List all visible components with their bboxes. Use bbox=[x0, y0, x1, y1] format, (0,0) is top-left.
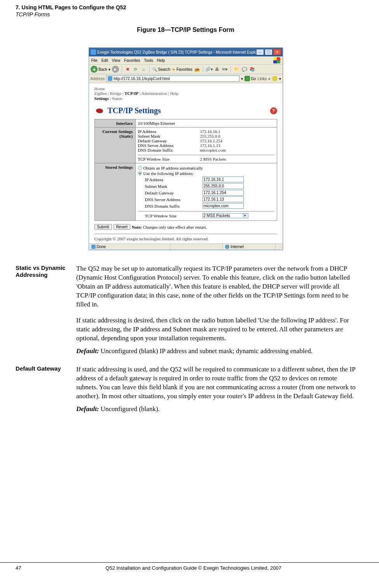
menu-edit[interactable]: Edit bbox=[101, 58, 108, 63]
print-icon[interactable]: 🖶 bbox=[214, 66, 220, 72]
address-input[interactable]: http://172.16.16.1/tcpipConf.html bbox=[106, 75, 239, 82]
window-titlebar: Exegin Technologies Q52 ZigBee Bridge ( … bbox=[89, 48, 283, 56]
address-bar: Address http://172.16.16.1/tcpipConf.htm… bbox=[89, 74, 283, 83]
status-done: Done bbox=[97, 245, 106, 249]
section-label-gateway: Default Gateway bbox=[16, 365, 76, 421]
close-button[interactable]: ✕ bbox=[273, 49, 281, 55]
media-icon[interactable]: 📻 bbox=[194, 66, 200, 72]
section-label-static: Static vs Dynamic Addressing bbox=[16, 264, 76, 362]
menu-view[interactable]: View bbox=[112, 58, 121, 63]
status-bar: Done Internet ⋰ bbox=[89, 243, 283, 250]
forward-button[interactable]: ► bbox=[112, 66, 119, 73]
help-icon[interactable]: ? bbox=[270, 107, 277, 114]
menu-help[interactable]: Help bbox=[157, 58, 165, 63]
crumb-settings[interactable]: Settings bbox=[94, 96, 109, 101]
ie-icon bbox=[91, 49, 96, 55]
figure-caption: Figure 18—TCP/IP Settings Form bbox=[16, 26, 356, 33]
menu-file[interactable]: File bbox=[91, 58, 98, 63]
folder-icon[interactable]: 📁 bbox=[234, 66, 240, 72]
breadcrumb: Home ZigBee | Bridge | TCP/IP | Administ… bbox=[94, 86, 277, 101]
done-icon bbox=[91, 245, 96, 249]
screenshot-window: Exegin Technologies Q52 ZigBee Bridge ( … bbox=[89, 47, 283, 250]
go-button[interactable]: → Go bbox=[245, 76, 256, 81]
page-icon bbox=[108, 76, 112, 81]
ip-address-input[interactable]: 172.16.16.1 bbox=[203, 177, 244, 182]
status-internet: Internet bbox=[231, 245, 244, 249]
section-text-static: The Q52 may be set up to automatically r… bbox=[76, 264, 356, 362]
maximize-button[interactable]: ☐ bbox=[265, 49, 272, 55]
search-button[interactable]: 🔍 Search bbox=[152, 67, 170, 72]
page-header: 7. Using HTML Pages to Configure the Q52… bbox=[16, 4, 356, 18]
row-stored-value: Obtain an IP address automatically Use t… bbox=[135, 163, 277, 221]
tcp-window-select[interactable]: 2 MSS Packets bbox=[203, 213, 248, 218]
crumb-home[interactable]: Home bbox=[94, 86, 277, 91]
row-interface-label: Interface bbox=[94, 119, 135, 128]
row-current-value: IP Address172.16.16.1 Subnet Mask255.255… bbox=[135, 128, 277, 163]
minimize-button[interactable]: ─ bbox=[256, 49, 264, 55]
dns-suffix-input[interactable]: microplex.com bbox=[203, 203, 244, 209]
default-gateway-input[interactable]: 172.16.1.254 bbox=[203, 190, 244, 196]
page-number: 47 bbox=[16, 565, 31, 571]
page-content: Home ZigBee | Bridge | TCP/IP | Administ… bbox=[89, 83, 283, 243]
mail-icon[interactable]: ✉▾ bbox=[222, 66, 228, 72]
section-text-gateway: If static addressing is used, and the Q5… bbox=[76, 365, 356, 421]
internet-zone-icon bbox=[225, 245, 229, 249]
row-current-label: Current Settings (Static) bbox=[94, 128, 135, 163]
address-url: http://172.16.16.1/tcpipConf.html bbox=[114, 77, 170, 81]
stop-icon[interactable]: ✖ bbox=[125, 66, 131, 72]
toolbar: ◄ Back ▾ ► ✖ ⟳ ⌂ 🔍 Search ★ Favorites 📻 … bbox=[89, 65, 283, 74]
settings-table: Interface 10/100Mbps Ethernet Current Se… bbox=[94, 119, 277, 221]
subnet-mask-input[interactable]: 255.255.0.0 bbox=[203, 183, 244, 189]
footer-text: Q52 Installation and Configuration Guide… bbox=[31, 565, 356, 571]
refresh-icon[interactable]: ⟳ bbox=[133, 66, 139, 72]
dns-server-input[interactable]: 172.16.1.13 bbox=[203, 196, 244, 202]
windows-flag-icon bbox=[273, 57, 280, 63]
row-interface-value: 10/100Mbps Ethernet bbox=[135, 119, 277, 128]
home-icon[interactable]: ⌂ bbox=[140, 66, 147, 72]
menu-tools[interactable]: Tools bbox=[144, 58, 153, 63]
discuss-icon[interactable]: 💬 bbox=[241, 66, 248, 72]
back-button[interactable]: ◄ Back ▾ bbox=[91, 66, 110, 73]
resize-grip-icon[interactable]: ⋰ bbox=[276, 244, 283, 250]
screenshot-copyright: Copyright © 2007 exegin technologies lim… bbox=[94, 234, 277, 241]
crumb-tcpip[interactable]: TCP/IP bbox=[124, 91, 138, 96]
exegin-logo-icon bbox=[94, 107, 105, 115]
links-label[interactable]: Links bbox=[258, 77, 267, 81]
window-title: Exegin Technologies Q52 ZigBee Bridge ( … bbox=[98, 50, 256, 54]
norton-icon[interactable] bbox=[272, 76, 278, 81]
row-stored-label: Stored Settings bbox=[94, 163, 135, 221]
research-icon[interactable]: 📚 bbox=[249, 66, 255, 72]
radio-use-following[interactable]: Use the following IP address: bbox=[138, 171, 274, 176]
address-label: Address bbox=[91, 77, 105, 81]
menu-favorites[interactable]: Favorites bbox=[124, 58, 140, 63]
submit-button[interactable]: Submit bbox=[94, 224, 112, 230]
history-icon[interactable]: 🔗▾ bbox=[206, 66, 212, 72]
favorites-button[interactable]: ★ Favorites bbox=[172, 67, 192, 72]
menu-bar: File Edit View Favorites Tools Help bbox=[89, 56, 283, 65]
page-footer: 47 Q52 Installation and Configuration Gu… bbox=[0, 562, 379, 571]
section-title: TCP/IP Forms bbox=[16, 11, 356, 18]
page-title: TCP/IP Settings bbox=[108, 106, 270, 115]
revert-button[interactable]: Revert bbox=[114, 224, 130, 230]
chapter-title: 7. Using HTML Pages to Configure the Q52 bbox=[16, 4, 356, 11]
radio-obtain-auto[interactable]: Obtain an IP address automatically bbox=[138, 166, 274, 170]
